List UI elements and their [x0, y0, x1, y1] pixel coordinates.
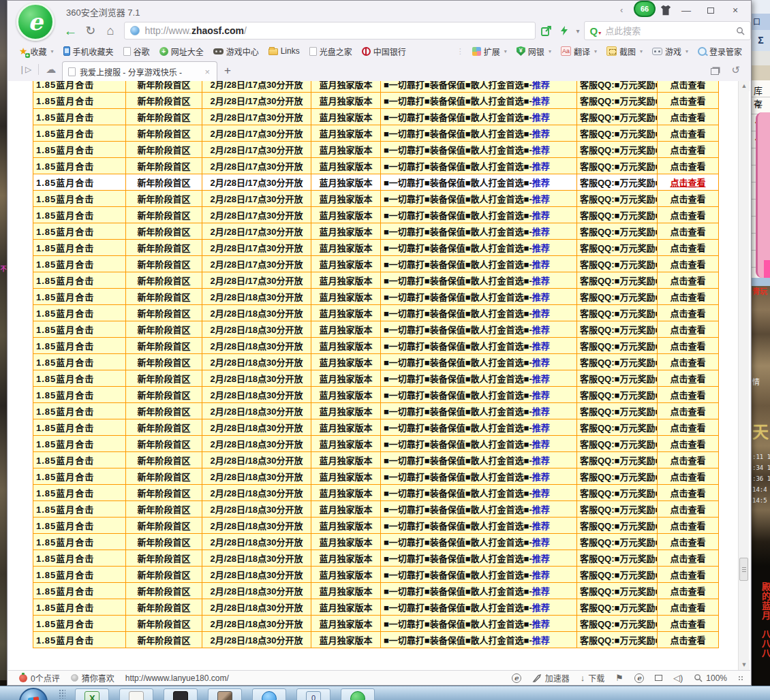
cell-view-link[interactable]: 点击查看	[658, 191, 719, 207]
cell-open-time-link[interactable]: 2月/28日/17点30分开放	[202, 256, 311, 272]
server-table-row[interactable]: 1.85蓝月合击 新年阶段首区 2月/28日/18点30分开放 蓝月独家版本 ■…	[33, 338, 719, 354]
cell-open-time-link[interactable]: 2月/28日/17点30分开放	[202, 125, 311, 142]
server-table-row[interactable]: 1.85蓝月合击 新年阶段首区 2月/28日/18点30分开放 蓝月独家版本 ■…	[33, 599, 719, 616]
cell-view-link[interactable]: 点击查看	[658, 272, 719, 289]
games-menu[interactable]: 游戏▾	[647, 46, 693, 57]
online-banking-menu[interactable]: ¥ 网银▾	[512, 46, 556, 57]
medal-icon[interactable]: e	[512, 673, 521, 683]
recommend-link[interactable]: 推荐	[532, 357, 550, 368]
title-bar[interactable]: e 360安全浏览器 7.1 ‹ 66 — ×	[7, 1, 751, 19]
window-mode-icon[interactable]	[655, 675, 662, 681]
page-scrollbar[interactable]: ▲ ▼	[738, 81, 749, 670]
server-table-row[interactable]: 1.85蓝月合击 新年阶段首区 2月/28日/18点30分开放 蓝月独家版本 ■…	[33, 534, 719, 550]
cell-open-time-link[interactable]: 2月/28日/18点30分开放	[202, 567, 311, 583]
cell-view-link[interactable]: 点击查看	[658, 223, 719, 240]
restore-tab-icon[interactable]: ↺	[731, 64, 740, 76]
cell-view-link[interactable]: 点击查看	[658, 142, 719, 158]
server-table-row[interactable]: 1.85蓝月合击 新年阶段首区 2月/28日/17点30分开放 蓝月独家版本 ■…	[33, 125, 719, 142]
cell-view-link[interactable]: 点击查看	[658, 354, 719, 370]
scroll-up-arrow-icon[interactable]: ▲	[739, 81, 750, 91]
autosum-icon[interactable]: Σ	[752, 30, 770, 51]
cell-view-link[interactable]: 点击查看	[658, 632, 719, 648]
cell-open-time-link[interactable]: 2月/28日/17点30分开放	[202, 142, 311, 158]
server-table-row[interactable]: 1.85蓝月合击 新年阶段首区 2月/28日/17点30分开放 蓝月独家版本 ■…	[33, 223, 719, 240]
speed-boost-icon[interactable]	[559, 25, 570, 36]
bookmark-bank-of-china[interactable]: 中国银行	[357, 46, 411, 57]
screenshot-menu[interactable]: 截图▾	[602, 46, 647, 57]
server-table-row[interactable]: 1.85蓝月合击 新年阶段首区 2月/28日/18点30分开放 蓝月独家版本 ■…	[33, 501, 719, 518]
cell-open-time-link[interactable]: 2月/28日/18点30分开放	[202, 518, 311, 534]
cell-open-time-link[interactable]: 2月/28日/17点30分开放	[202, 191, 311, 207]
recommend-link[interactable]: 推荐	[532, 521, 550, 531]
start-button[interactable]	[19, 688, 48, 700]
server-table-row[interactable]: 1.85蓝月合击 新年阶段首区 2月/28日/17点30分开放 蓝月独家版本 ■…	[33, 93, 719, 109]
cell-view-link[interactable]: 点击查看	[658, 81, 719, 93]
close-button[interactable]: ×	[725, 3, 745, 18]
cell-view-link[interactable]: 点击查看	[658, 419, 719, 436]
favorites-menu[interactable]: ★+ 收藏▾	[14, 46, 59, 57]
cell-open-time-link[interactable]: 2月/28日/18点30分开放	[202, 599, 311, 616]
recently-closed-windows-icon[interactable]	[711, 68, 719, 75]
server-table-row[interactable]: 1.85蓝月合击 新年阶段首区 2月/28日/17点30分开放 蓝月独家版本 ■…	[33, 158, 719, 174]
recommend-link[interactable]: 推荐	[532, 308, 550, 319]
skin-theme-icon[interactable]	[660, 3, 672, 17]
server-table-row[interactable]: 1.85蓝月合击 新年阶段首区 2月/28日/18点30分开放 蓝月独家版本 ■…	[33, 518, 719, 534]
zoom-control[interactable]: 100%	[694, 673, 727, 683]
search-box[interactable]: Q ▾	[584, 21, 751, 40]
recommend-link[interactable]: 推荐	[532, 570, 550, 580]
recommend-link[interactable]: 推荐	[532, 276, 550, 286]
cell-view-link[interactable]: 点击查看	[658, 174, 719, 191]
recommend-link[interactable]: 推荐	[532, 423, 550, 433]
recommend-link[interactable]: 推荐	[532, 292, 550, 302]
cell-open-time-link[interactable]: 2月/28日/18点30分开放	[202, 289, 311, 305]
share-icon[interactable]	[541, 25, 552, 36]
cell-view-link[interactable]: 点击查看	[658, 567, 719, 583]
site-reviews-button[interactable]: 0个点评	[19, 672, 60, 684]
server-table-row[interactable]: 1.85蓝月合击 新年阶段首区 2月/28日/17点30分开放 蓝月独家版本 ■…	[33, 207, 719, 223]
cell-view-link[interactable]: 点击查看	[658, 436, 719, 452]
cell-open-time-link[interactable]: 2月/28日/18点30分开放	[202, 501, 311, 518]
recommend-link[interactable]: 推荐	[532, 259, 550, 270]
taskbar-item-image-viewer[interactable]	[164, 688, 198, 700]
refresh-button[interactable]: ↻	[80, 23, 100, 38]
cell-open-time-link[interactable]: 2月/28日/18点30分开放	[202, 419, 311, 436]
server-table-row[interactable]: 1.85蓝月合击 新年阶段首区 2月/28日/17点30分开放 蓝月独家版本 ■…	[33, 240, 719, 256]
server-table-row[interactable]: 1.85蓝月合击 新年阶段首区 2月/28日/18点30分开放 蓝月独家版本 ■…	[33, 452, 719, 468]
taskbar-item-notepad[interactable]	[119, 688, 153, 700]
cell-view-link[interactable]: 点击查看	[658, 289, 719, 305]
cell-open-time-link[interactable]: 2月/28日/17点30分开放	[202, 223, 311, 240]
cell-view-link[interactable]: 点击查看	[658, 321, 719, 338]
minimize-button[interactable]: —	[676, 3, 696, 18]
cell-open-time-link[interactable]: 2月/28日/18点30分开放	[202, 354, 311, 370]
recommend-link[interactable]: 推荐	[532, 619, 550, 629]
recommend-link[interactable]: 推荐	[532, 603, 550, 613]
cell-view-link[interactable]: 点击查看	[658, 501, 719, 518]
cell-view-link[interactable]: 点击查看	[658, 518, 719, 534]
recommend-link[interactable]: 推荐	[532, 537, 550, 547]
server-table-row[interactable]: 1.85蓝月合击 新年阶段首区 2月/28日/17点30分开放 蓝月独家版本 ■…	[33, 81, 719, 93]
server-table-row[interactable]: 1.85蓝月合击 新年阶段首区 2月/28日/18点30分开放 蓝月独家版本 ■…	[33, 632, 719, 648]
recommend-link[interactable]: 推荐	[532, 112, 550, 123]
recommend-link[interactable]: 推荐	[532, 194, 550, 204]
cell-open-time-link[interactable]: 2月/28日/18点30分开放	[202, 370, 311, 387]
server-table-row[interactable]: 1.85蓝月合击 新年阶段首区 2月/28日/17点30分开放 蓝月独家版本 ■…	[33, 272, 719, 289]
cell-view-link[interactable]: 点击查看	[658, 534, 719, 550]
server-table-row[interactable]: 1.85蓝月合击 新年阶段首区 2月/28日/17点30分开放 蓝月独家版本 ■…	[33, 174, 719, 191]
recommend-link[interactable]: 推荐	[532, 227, 550, 237]
taskbar-item-360browser[interactable]	[341, 688, 375, 700]
taskbar-item-window[interactable]	[296, 688, 330, 700]
cell-open-time-link[interactable]: 2月/28日/17点30分开放	[202, 93, 311, 109]
cell-open-time-link[interactable]: 2月/28日/18点30分开放	[202, 632, 311, 648]
address-bar[interactable]: http://www.zhaosf.com/	[124, 22, 535, 39]
taskbar-item-photo[interactable]	[208, 688, 242, 700]
server-table-row[interactable]: 1.85蓝月合击 新年阶段首区 2月/28日/17点30分开放 蓝月独家版本 ■…	[33, 256, 719, 272]
recommend-link[interactable]: 推荐	[532, 96, 550, 106]
resize-grip[interactable]	[738, 675, 743, 681]
recommend-link[interactable]: 推荐	[532, 145, 550, 155]
cell-open-time-link[interactable]: 2月/28日/18点30分开放	[202, 387, 311, 403]
recommend-link[interactable]: 推荐	[532, 325, 550, 335]
cell-open-time-link[interactable]: 2月/28日/17点30分开放	[202, 109, 311, 125]
cloud-sync-icon[interactable]: ☁	[46, 63, 56, 76]
sidebar-toggle-icon[interactable]: ❘▷	[18, 65, 31, 74]
recommend-link[interactable]: 推荐	[532, 390, 550, 400]
